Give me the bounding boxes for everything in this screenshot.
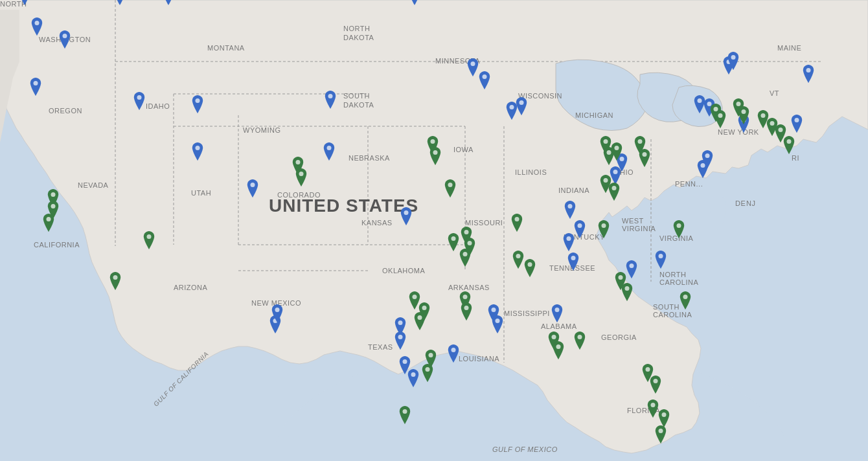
blue-pin[interactable] [490,315,505,333]
blue-pin[interactable] [566,253,580,271]
blue-pin[interactable] [29,78,43,96]
blue-pin[interactable] [726,52,740,70]
blue-pin[interactable] [514,97,529,115]
svg-point-41 [578,223,582,228]
svg-point-45 [492,308,496,312]
green-pin[interactable] [782,136,796,154]
svg-point-78 [429,353,433,357]
blue-pin[interactable] [322,142,336,161]
green-pin[interactable] [610,142,624,161]
svg-point-70 [451,236,456,241]
svg-point-94 [619,275,623,280]
blue-pin[interactable] [801,65,816,83]
blue-pin[interactable] [190,142,205,161]
blue-pin[interactable] [654,251,668,269]
green-pin[interactable] [637,149,652,167]
svg-point-34 [398,320,403,325]
svg-point-111 [779,128,783,132]
green-pin[interactable] [597,220,611,238]
green-pin[interactable] [648,376,663,394]
green-pin[interactable] [678,291,692,309]
blue-pin[interactable] [550,304,564,322]
svg-point-109 [761,113,766,118]
green-pin[interactable] [607,183,621,201]
green-pin[interactable] [523,259,537,277]
svg-point-38 [411,372,416,377]
green-pin[interactable] [428,147,442,165]
svg-point-98 [646,367,650,372]
svg-point-31 [327,146,332,150]
blue-pin[interactable] [399,207,413,225]
green-pin[interactable] [620,283,634,301]
svg-point-23 [196,146,200,150]
svg-point-97 [643,152,647,157]
blue-pin[interactable] [17,0,32,5]
svg-point-27 [483,74,487,79]
green-pin[interactable] [108,272,122,290]
blue-pin[interactable] [562,233,576,251]
svg-point-33 [275,308,280,312]
svg-point-21 [137,95,142,100]
svg-point-95 [625,286,630,291]
svg-point-81 [464,306,469,310]
green-pin[interactable] [672,220,686,238]
svg-point-75 [422,306,427,310]
green-pin[interactable] [294,168,308,186]
svg-point-39 [568,204,573,208]
green-pin[interactable] [458,249,472,267]
blue-pin[interactable] [446,344,461,363]
svg-point-79 [426,367,430,372]
svg-point-60 [51,192,56,197]
blue-pin[interactable] [323,91,337,109]
svg-point-108 [742,109,746,114]
blue-pin[interactable] [406,369,420,387]
svg-point-91 [604,178,608,183]
svg-point-51 [705,153,710,158]
blue-pin[interactable] [477,71,492,89]
green-pin[interactable] [713,110,727,128]
svg-point-44 [659,254,663,258]
map-container: WASHINGTON OREGON CALIFORNIA NEVADA IDAH… [0,0,868,461]
green-pin[interactable] [551,341,565,359]
svg-point-90 [615,146,619,150]
green-pin[interactable] [654,425,668,444]
green-pin[interactable] [41,214,56,232]
green-pin[interactable] [573,332,587,350]
svg-point-62 [47,217,51,221]
blue-pin[interactable] [790,115,804,133]
blue-pin[interactable] [407,0,422,5]
green-pin[interactable] [510,214,524,232]
green-pin[interactable] [459,302,474,320]
svg-point-103 [677,223,681,228]
green-pin[interactable] [443,179,457,197]
green-pin[interactable] [420,364,435,382]
blue-pin[interactable] [30,17,44,36]
green-pin[interactable] [413,312,427,330]
svg-point-61 [51,204,56,208]
green-pin[interactable] [142,231,156,249]
green-pin[interactable] [657,409,671,427]
blue-pin[interactable] [190,95,205,113]
svg-point-40 [571,256,576,260]
green-pin[interactable] [398,406,412,424]
blue-pin[interactable] [700,150,714,168]
blue-pin[interactable] [113,0,127,5]
svg-point-88 [604,139,608,144]
svg-point-107 [737,102,741,106]
svg-point-42 [567,236,571,241]
svg-point-36 [451,348,456,352]
blue-pin[interactable] [132,92,146,110]
green-pin[interactable] [737,106,751,124]
blue-pin[interactable] [161,0,176,5]
svg-point-53 [731,55,736,60]
svg-point-112 [787,139,792,144]
blue-pin[interactable] [246,179,260,197]
blue-pin[interactable] [393,332,407,350]
blue-pin[interactable] [270,304,284,322]
svg-point-63 [147,234,152,239]
svg-point-82 [516,254,521,258]
svg-point-57 [795,118,799,122]
blue-pin[interactable] [563,201,577,219]
svg-point-85 [552,335,556,339]
blue-pin[interactable] [58,30,72,49]
